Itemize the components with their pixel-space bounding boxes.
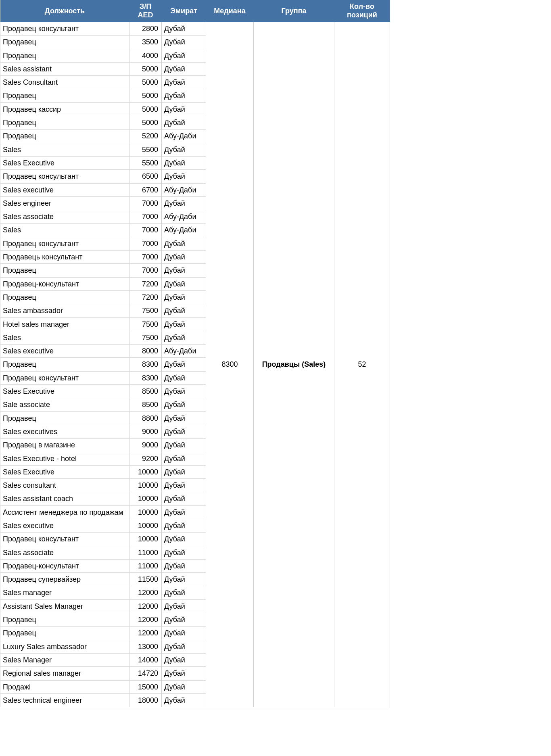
cell-position: Hotel sales manager	[0, 317, 129, 331]
header-group: Группа	[254, 0, 334, 22]
cell-salary: 10000	[129, 479, 162, 492]
cell-emirate: Дубай	[162, 411, 206, 425]
cell-salary: 8300	[129, 371, 162, 384]
cell-emirate: Дубай	[162, 680, 206, 693]
cell-emirate: Дубай	[162, 89, 206, 102]
cell-salary: 10000	[129, 492, 162, 505]
cell-salary: 5000	[129, 62, 162, 75]
cell-emirate: Дубай	[162, 22, 206, 36]
cell-emirate: Дубай	[162, 358, 206, 371]
cell-position: Sales assistant	[0, 62, 129, 75]
cell-position: Assistant Sales Manager	[0, 599, 129, 613]
cell-salary: 7000	[129, 264, 162, 277]
cell-salary: 6500	[129, 170, 162, 183]
cell-salary: 8800	[129, 411, 162, 425]
table-header: Должность З/П AED Эмират Медиана Группа …	[0, 0, 390, 22]
cell-position: Sales Executive	[0, 156, 129, 169]
cell-position: Sales	[0, 331, 129, 344]
cell-position: Продавец	[0, 264, 129, 277]
cell-salary: 7000	[129, 237, 162, 250]
cell-salary: 10000	[129, 519, 162, 532]
cell-position: Sales assistant coach	[0, 492, 129, 505]
cell-emirate: Дубай	[162, 251, 206, 264]
cell-emirate: Дубай	[162, 116, 206, 129]
cell-emirate: Дубай	[162, 170, 206, 183]
cell-position: Sales executive	[0, 519, 129, 532]
cell-salary: 5500	[129, 143, 162, 156]
cell-emirate: Дубай	[162, 196, 206, 210]
cell-emirate: Дубай	[162, 331, 206, 344]
table-row: Продавец консультант2800Дубай8300Продавц…	[0, 22, 390, 36]
cell-emirate: Абу-Даби	[162, 210, 206, 223]
cell-salary: 4000	[129, 49, 162, 62]
cell-salary: 14720	[129, 667, 162, 680]
cell-count: 52	[334, 22, 390, 707]
cell-position: Sales engineer	[0, 196, 129, 210]
cell-emirate: Дубай	[162, 398, 206, 411]
cell-position: Продавец	[0, 116, 129, 129]
cell-position: Sales Executive	[0, 465, 129, 478]
cell-salary: 7000	[129, 196, 162, 210]
cell-salary: 12000	[129, 627, 162, 640]
cell-position: Продавец кассир	[0, 102, 129, 116]
cell-position: Sales executive	[0, 345, 129, 358]
cell-emirate: Дубай	[162, 667, 206, 680]
cell-salary: 9000	[129, 439, 162, 452]
cell-salary: 11000	[129, 546, 162, 559]
cell-emirate: Дубай	[162, 290, 206, 304]
cell-position: Sales Manager	[0, 653, 129, 666]
cell-salary: 10000	[129, 465, 162, 478]
cell-emirate: Дубай	[162, 573, 206, 586]
cell-salary: 6700	[129, 183, 162, 196]
cell-salary: 12000	[129, 586, 162, 599]
table-body: Продавец консультант2800Дубай8300Продавц…	[0, 22, 390, 707]
cell-emirate: Дубай	[162, 559, 206, 572]
cell-emirate: Дубай	[162, 156, 206, 169]
cell-salary: 12000	[129, 599, 162, 613]
cell-salary: 9200	[129, 452, 162, 465]
cell-emirate: Абу-Даби	[162, 223, 206, 237]
cell-group: Продавцы (Sales)	[254, 22, 334, 707]
cell-emirate: Дубай	[162, 277, 206, 290]
cell-salary: 13000	[129, 640, 162, 653]
cell-salary: 5200	[129, 129, 162, 143]
cell-emirate: Абу-Даби	[162, 129, 206, 143]
cell-emirate: Дубай	[162, 546, 206, 559]
cell-emirate: Дубай	[162, 62, 206, 75]
cell-position: Продавец	[0, 89, 129, 102]
cell-position: Продавец консультант	[0, 533, 129, 546]
header-count: Кол-во позиций	[334, 0, 390, 22]
cell-emirate: Дубай	[162, 317, 206, 331]
cell-position: Sales associate	[0, 546, 129, 559]
cell-salary: 15000	[129, 680, 162, 693]
cell-emirate: Дубай	[162, 640, 206, 653]
cell-median: 8300	[206, 22, 254, 707]
cell-position: Продавец-консультант	[0, 559, 129, 572]
cell-salary: 5000	[129, 76, 162, 89]
cell-emirate: Дубай	[162, 505, 206, 519]
cell-emirate: Дубай	[162, 425, 206, 438]
cell-position: Продавец	[0, 411, 129, 425]
cell-emirate: Дубай	[162, 49, 206, 62]
header-emirate: Эмират	[162, 0, 206, 22]
cell-emirate: Абу-Даби	[162, 183, 206, 196]
cell-position: Sales Executive - hotel	[0, 452, 129, 465]
cell-position: Продавец	[0, 49, 129, 62]
cell-salary: 3500	[129, 36, 162, 49]
cell-salary: 7200	[129, 290, 162, 304]
cell-emirate: Дубай	[162, 613, 206, 627]
cell-position: Sales consultant	[0, 479, 129, 492]
cell-position: Продавец	[0, 358, 129, 371]
header-median: Медиана	[206, 0, 254, 22]
cell-emirate: Дубай	[162, 237, 206, 250]
cell-salary: 5000	[129, 102, 162, 116]
cell-emirate: Дубай	[162, 586, 206, 599]
cell-salary: 7500	[129, 331, 162, 344]
cell-salary: 12000	[129, 613, 162, 627]
header-salary: З/П AED	[129, 0, 162, 22]
cell-salary: 18000	[129, 693, 162, 707]
cell-emirate: Дубай	[162, 439, 206, 452]
cell-position: Продавец	[0, 290, 129, 304]
cell-emirate: Дубай	[162, 599, 206, 613]
cell-emirate: Дубай	[162, 76, 206, 89]
